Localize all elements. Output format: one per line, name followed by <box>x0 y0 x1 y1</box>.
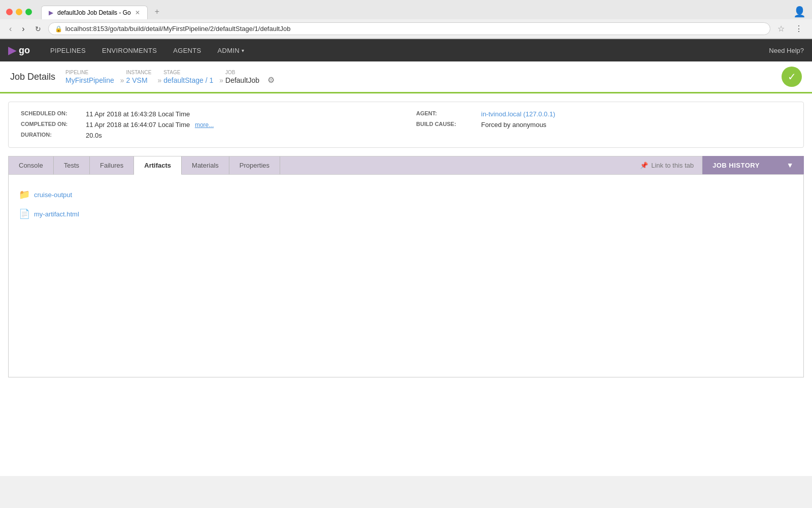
folder-icon: 📁 <box>19 189 30 200</box>
nav-environments[interactable]: ENVIRONMENTS <box>94 41 165 60</box>
job-history-button[interactable]: JOB HISTORY ▼ <box>702 156 804 174</box>
dropdown-arrow-icon: ▼ <box>787 161 794 169</box>
instance-link[interactable]: 2 VSM <box>126 76 152 84</box>
link-to-tab[interactable]: 📌 Link to this tab <box>640 162 694 169</box>
completed-row: COMPLETED ON: 11 Apr 2018 at 16:44:07 Lo… <box>21 121 396 129</box>
go-logo-icon: ▶ <box>8 44 16 56</box>
job-history-label: JOB HISTORY <box>713 162 760 169</box>
breadcrumb: Pipeline MyFirstPipeline » Instance 2 VS… <box>65 69 782 85</box>
duration-value: 20.0s <box>86 132 102 139</box>
sep2: » <box>157 76 161 84</box>
instance-label: Instance <box>126 70 152 75</box>
job-label: Job <box>225 70 259 75</box>
file-icon: 📄 <box>19 208 30 219</box>
sep3: » <box>219 76 223 84</box>
scheduled-label: SCHEDULED ON: <box>21 110 82 116</box>
duration-label: DURATION: <box>21 132 82 138</box>
nav-admin[interactable]: ADMIN <box>210 41 253 60</box>
completed-value: 11 Apr 2018 at 16:44:07 Local Time more.… <box>86 121 214 129</box>
tabs-container: Console Tests Failures Artifacts Materia… <box>8 156 804 377</box>
more-link[interactable]: more... <box>195 121 214 129</box>
address-bar: 🔒 <box>48 22 770 35</box>
browser-toolbar: ‹ › ↻ 🔒 ☆ ⋮ <box>0 19 812 39</box>
tab-close-btn[interactable]: ✕ <box>135 9 140 16</box>
agent-label: AGENT: <box>416 110 477 116</box>
tab-tests[interactable]: Tests <box>54 156 90 174</box>
back-button[interactable]: ‹ <box>6 23 15 35</box>
tabs-bar: Console Tests Failures Artifacts Materia… <box>8 156 702 174</box>
top-nav: ▶ go PIPELINES ENVIRONMENTS AGENTS ADMIN… <box>0 39 812 61</box>
bookmark-button[interactable]: ☆ <box>774 23 788 35</box>
artifact-file-link[interactable]: my-artifact.html <box>34 210 79 218</box>
duration-row: DURATION: 20.0s <box>21 132 396 139</box>
nav-agents[interactable]: AGENTS <box>165 41 209 60</box>
lock-icon: 🔒 <box>55 25 62 33</box>
agent-link[interactable]: in-tvinod.local (127.0.0.1) <box>481 110 555 118</box>
build-cause-label: BUILD CAUSE: <box>416 121 477 127</box>
nav-links: PIPELINES ENVIRONMENTS AGENTS ADMIN <box>42 41 252 60</box>
tab-link-area: 📌 Link to this tab <box>632 156 702 174</box>
agent-row: AGENT: in-tvinod.local (127.0.0.1) <box>416 110 791 118</box>
browser-user-icon[interactable]: 👤 <box>793 6 806 18</box>
go-logo[interactable]: ▶ go <box>8 44 30 56</box>
tab-failures[interactable]: Failures <box>90 156 134 174</box>
breadcrumb-instance: Instance 2 VSM <box>126 70 152 84</box>
tab-bar: ▶ defaultJob Job Details - Go ✕ + <box>41 4 164 19</box>
tab-artifacts[interactable]: Artifacts <box>134 156 182 175</box>
go-logo-text: go <box>19 45 30 56</box>
success-badge: ✓ <box>782 67 802 87</box>
window-close-btn[interactable] <box>6 9 13 15</box>
page-header: Job Details Pipeline MyFirstPipeline » I… <box>0 61 812 93</box>
agent-value: in-tvinod.local (127.0.0.1) <box>481 110 555 118</box>
browser-menu-button[interactable]: ⋮ <box>792 23 806 35</box>
artifact-item-file: 📄 my-artifact.html <box>19 204 793 224</box>
app-container: ▶ go PIPELINES ENVIRONMENTS AGENTS ADMIN… <box>0 39 812 476</box>
tab-content-artifacts: 📁 cruise-output 📄 my-artifact.html <box>8 174 804 377</box>
help-link[interactable]: Need Help? <box>769 47 804 54</box>
job-info-right: AGENT: in-tvinod.local (127.0.0.1) BUILD… <box>416 110 791 139</box>
nav-pipelines[interactable]: PIPELINES <box>42 41 94 60</box>
sep1: » <box>120 76 124 84</box>
completed-label: COMPLETED ON: <box>21 121 82 127</box>
browser-tab-active[interactable]: ▶ defaultJob Job Details - Go ✕ <box>41 6 148 19</box>
breadcrumb-pipeline: Pipeline MyFirstPipeline <box>65 70 114 84</box>
forward-button[interactable]: › <box>19 23 27 35</box>
tab-favicon: ▶ <box>49 9 53 16</box>
refresh-button[interactable]: ↻ <box>32 24 44 34</box>
stage-label: Stage <box>163 70 213 75</box>
breadcrumb-job: Job DefaultJob <box>225 70 259 84</box>
job-info-card: SCHEDULED ON: 11 Apr 2018 at 16:43:28 Lo… <box>8 102 804 148</box>
tab-materials[interactable]: Materials <box>182 156 229 174</box>
tab-console[interactable]: Console <box>9 156 54 174</box>
build-cause-value: Forced by anonymous <box>481 121 547 129</box>
job-info-grid: SCHEDULED ON: 11 Apr 2018 at 16:43:28 Lo… <box>21 110 791 139</box>
job-info-left: SCHEDULED ON: 11 Apr 2018 at 16:43:28 Lo… <box>21 110 396 139</box>
stage-link[interactable]: defaultStage / 1 <box>163 76 213 84</box>
page-title: Job Details <box>10 72 55 82</box>
link-to-tab-label: Link to this tab <box>651 162 694 169</box>
browser-chrome: ▶ defaultJob Job Details - Go ✕ + 👤 ‹ › … <box>0 0 812 39</box>
tab-title: defaultJob Job Details - Go <box>57 9 131 16</box>
window-min-btn[interactable] <box>16 9 22 15</box>
artifact-item-folder: 📁 cruise-output <box>19 185 793 204</box>
scheduled-row: SCHEDULED ON: 11 Apr 2018 at 16:43:28 Lo… <box>21 110 396 118</box>
tabs-row: Console Tests Failures Artifacts Materia… <box>8 156 804 174</box>
new-tab-button[interactable]: + <box>150 4 164 19</box>
artifact-folder-link[interactable]: cruise-output <box>34 191 72 199</box>
pipeline-link[interactable]: MyFirstPipeline <box>65 76 114 84</box>
tab-properties[interactable]: Properties <box>229 156 280 174</box>
browser-titlebar: ▶ defaultJob Job Details - Go ✕ + 👤 <box>0 0 812 19</box>
build-cause-row: BUILD CAUSE: Forced by anonymous <box>416 121 791 129</box>
breadcrumb-stage: Stage defaultStage / 1 <box>163 70 213 84</box>
window-max-btn[interactable] <box>25 9 32 15</box>
pipeline-label: Pipeline <box>65 70 114 75</box>
window-controls <box>6 9 32 15</box>
pin-icon: 📌 <box>640 162 648 169</box>
job-value: DefaultJob <box>225 76 259 84</box>
settings-gear-button[interactable]: ⚙ <box>267 75 275 85</box>
scheduled-value: 11 Apr 2018 at 16:43:28 Local Time <box>86 110 190 118</box>
url-input[interactable] <box>65 25 764 33</box>
